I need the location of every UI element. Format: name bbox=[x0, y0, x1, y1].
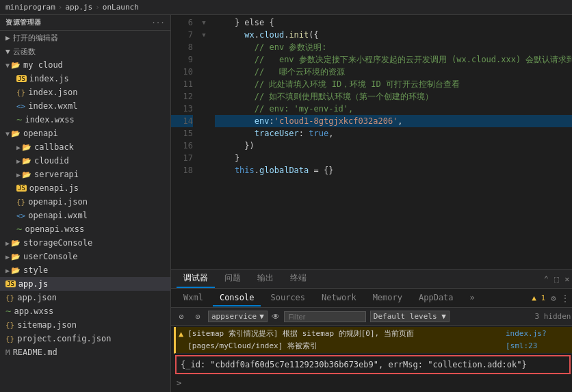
tab-output[interactable]: 输出 bbox=[250, 270, 281, 288]
tree-item-label: userConsole bbox=[23, 252, 77, 261]
tab-sources[interactable]: Sources bbox=[263, 290, 312, 306]
tab-wxml[interactable]: Wxml bbox=[177, 290, 210, 306]
line-number-13: 13 bbox=[171, 103, 193, 115]
chevron-right-icon: ▶ bbox=[5, 34, 10, 42]
folder-icon: 📂 bbox=[11, 252, 21, 261]
close-icon[interactable]: ✕ bbox=[564, 274, 569, 284]
tree-item-label: sitemap.json bbox=[17, 320, 77, 330]
tab-more[interactable]: » bbox=[463, 290, 482, 306]
sidebar: 资源管理器 ··· ▶ 打开的编辑器 ▼ 云函数 ▼📂my cloudJSind… bbox=[0, 15, 171, 392]
breadcrumb: miniprogram › app.js › onLaunch bbox=[5, 3, 139, 12]
tab-terminal[interactable]: 终端 bbox=[283, 270, 313, 288]
tree-item-callback[interactable]: ▶📂callback bbox=[0, 140, 170, 154]
tree-item-openapi[interactable]: ▼📂openapi bbox=[0, 127, 170, 140]
tree-item-app-json[interactable]: {}app.json bbox=[0, 291, 170, 304]
bottom-panel: 调试器 问题 输出 终端 ⌃ ⬚ ✕ Wxml Console Sources … bbox=[171, 269, 572, 392]
tree-item-serverapi[interactable]: ▶📂serverapi bbox=[0, 168, 170, 181]
gutter-arrow-16 bbox=[198, 140, 209, 152]
js-icon: JS bbox=[5, 280, 16, 287]
gutter-arrow-18 bbox=[198, 164, 209, 177]
console-result-line: {_id: "cbddf0af60d5c7e1129230b36b673eb9"… bbox=[175, 355, 571, 374]
filter-input[interactable] bbox=[284, 311, 366, 322]
tree-item-openapi-js[interactable]: JSopenapi.js bbox=[0, 181, 170, 195]
line-number-12: 12 bbox=[171, 90, 193, 103]
tree-item-index-wxss[interactable]: ~index.wxss bbox=[0, 113, 170, 127]
sidebar-title: 资源管理器 bbox=[5, 18, 42, 27]
folder-chevron: ▶ bbox=[16, 171, 21, 179]
tree-item-openapi-json[interactable]: {}openapi.json bbox=[0, 195, 170, 209]
tree-item-style[interactable]: ▶📂style bbox=[0, 263, 170, 277]
tree-item-project-config[interactable]: {}project.config.json bbox=[0, 332, 170, 345]
code-line-17: } bbox=[215, 152, 572, 164]
console-warn-line: ▲ [sitemap 索引情况提示] 根据 sitemap 的规则[0], 当前… bbox=[174, 327, 572, 354]
line-number-16: 16 bbox=[171, 140, 193, 152]
tab-memory[interactable]: Memory bbox=[366, 290, 409, 306]
json-icon: {} bbox=[5, 321, 14, 330]
wxss-icon: ~ bbox=[5, 306, 11, 317]
gutter-arrow-17 bbox=[198, 152, 209, 164]
line-number-8: 8 bbox=[171, 41, 193, 53]
tab-network[interactable]: Network bbox=[315, 290, 363, 306]
line-number-15: 15 bbox=[171, 127, 193, 140]
main-layout: 资源管理器 ··· ▶ 打开的编辑器 ▼ 云函数 ▼📂my cloudJSind… bbox=[0, 15, 572, 392]
console-prompt: > bbox=[174, 376, 572, 391]
tree-item-app-wxss[interactable]: ~app.wxss bbox=[0, 304, 170, 318]
tree-item-openapi-wxml[interactable]: <>openapi.wxml bbox=[0, 209, 170, 222]
folder-icon: 📂 bbox=[11, 129, 21, 138]
tree-item-my-cloud[interactable]: ▼📂my cloud bbox=[0, 58, 170, 72]
editor-area: 6789101112131415161718 ▼▼ } else { wx.cl… bbox=[171, 15, 572, 269]
tab-issues[interactable]: 问题 bbox=[218, 270, 248, 288]
cloud-functions-section[interactable]: ▼ 云函数 bbox=[0, 44, 170, 58]
tree-item-index-js[interactable]: JSindex.js bbox=[0, 72, 170, 86]
more-icon[interactable]: ··· bbox=[151, 18, 165, 27]
js-icon: JS bbox=[16, 75, 27, 82]
service-label: appservice bbox=[211, 312, 257, 321]
eye-button[interactable]: 👁 bbox=[272, 312, 280, 322]
tree-item-userConsole[interactable]: ▶📂userConsole bbox=[0, 250, 170, 263]
line-number-14: 14 bbox=[171, 115, 193, 127]
code-view: 6789101112131415161718 ▼▼ } else { wx.cl… bbox=[171, 15, 572, 269]
folder-chevron: ▼ bbox=[5, 130, 10, 138]
tree-item-readme[interactable]: MREADME.md bbox=[0, 345, 170, 359]
gutter-arrow-12 bbox=[198, 90, 209, 103]
maximize-icon[interactable]: ⬚ bbox=[554, 274, 559, 284]
filter-toggle-button[interactable]: ⊙ bbox=[192, 311, 204, 323]
sidebar-header: 资源管理器 ··· bbox=[0, 15, 170, 31]
code-line-16: }) bbox=[215, 140, 572, 152]
open-editors-section[interactable]: ▶ 打开的编辑器 bbox=[0, 31, 170, 44]
tree-item-storageConsole[interactable]: ▶📂storageConsole bbox=[0, 236, 170, 250]
code-line-18: this.globalData = {} bbox=[215, 164, 572, 177]
line-number-9: 9 bbox=[171, 53, 193, 66]
tab-appdata[interactable]: AppData bbox=[412, 290, 460, 306]
tree-item-openapi-wxss[interactable]: ~openapi.wxss bbox=[0, 222, 170, 236]
line-number-17: 17 bbox=[171, 152, 193, 164]
collapse-icon[interactable]: ⌃ bbox=[544, 274, 549, 284]
code-line-8: // env 参数说明: bbox=[215, 41, 572, 53]
tree-item-app-js[interactable]: JSapp.js bbox=[0, 277, 170, 291]
tree-item-label: project.config.json bbox=[17, 334, 111, 343]
tree-item-index-wxml[interactable]: <>index.wxml bbox=[0, 99, 170, 113]
devtools-more-icon[interactable]: ⋮ bbox=[561, 293, 569, 303]
tree-item-label: app.json bbox=[17, 293, 57, 302]
js-icon: JS bbox=[16, 185, 27, 192]
breadcrumb-part2: app.js bbox=[65, 3, 92, 12]
wxml-icon: <> bbox=[16, 211, 25, 220]
chevron-down-icon2: ▼ bbox=[441, 312, 446, 321]
service-select[interactable]: appservice ▼ bbox=[208, 311, 268, 322]
gutter-arrow-10 bbox=[198, 66, 209, 78]
tab-debugger[interactable]: 调试器 bbox=[177, 270, 215, 288]
levels-select[interactable]: Default levels ▼ bbox=[370, 311, 450, 322]
devtools-settings-icon[interactable]: ⚙ bbox=[551, 293, 556, 303]
tab-console[interactable]: Console bbox=[213, 290, 261, 306]
warn-text: [sitemap 索引情况提示] 根据 sitemap 的规则[0], 当前页面… bbox=[187, 328, 506, 352]
tree-item-label: openapi bbox=[23, 129, 58, 138]
clear-console-button[interactable]: ⊘ bbox=[175, 311, 187, 323]
code-line-6: } else { bbox=[215, 16, 572, 29]
chevron-down-icon: ▼ bbox=[259, 312, 264, 321]
json-icon: {} bbox=[16, 88, 25, 97]
warn-prefix: ▲ bbox=[179, 328, 183, 340]
tree-item-cloudid[interactable]: ▶📂cloudid bbox=[0, 154, 170, 168]
warn-file-ref[interactable]: index.js?[sml:23 bbox=[506, 328, 569, 352]
tree-item-index-json[interactable]: {}index.json bbox=[0, 86, 170, 99]
tree-item-sitemap-json[interactable]: {}sitemap.json bbox=[0, 318, 170, 332]
